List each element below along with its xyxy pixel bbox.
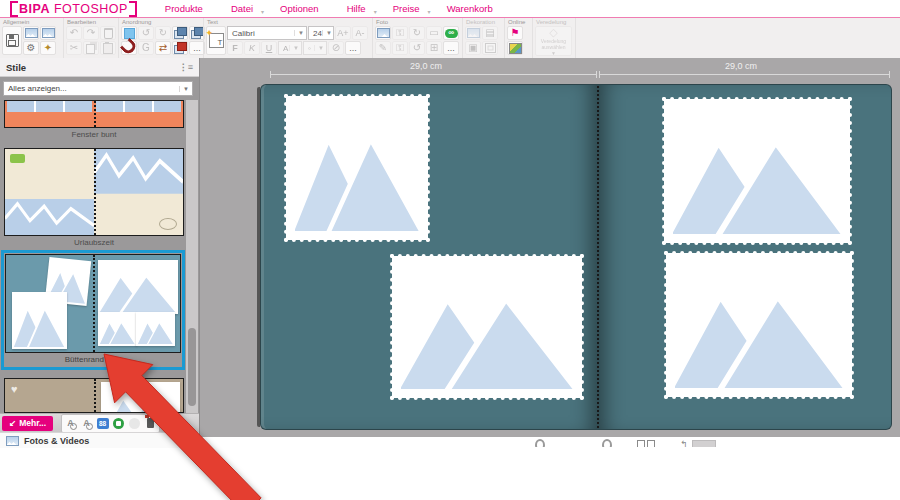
photo-lock-button[interactable]: ⚿ xyxy=(392,26,408,40)
copy-button[interactable] xyxy=(83,41,99,55)
sidebar-scrollbar[interactable] xyxy=(186,100,198,413)
save-button[interactable] xyxy=(2,26,22,55)
insert-text-icon: T xyxy=(209,33,224,48)
bring-forward-button[interactable] xyxy=(172,26,188,40)
menu-datei[interactable]: Datei xyxy=(217,3,267,14)
page-icon[interactable] xyxy=(637,440,645,447)
photo-edit-button[interactable]: ✎ xyxy=(375,41,391,55)
photo-placeholder-3[interactable] xyxy=(664,99,850,243)
photobook-protect-button[interactable] xyxy=(23,26,39,40)
layer-down-icon xyxy=(191,30,201,39)
style-item-buettenrand-blau-selected[interactable]: Büttenrand blau xyxy=(1,250,185,370)
more-styles-button[interactable]: ↙ Mehr... xyxy=(2,416,53,431)
menu-hilfe[interactable]: Hilfe xyxy=(333,3,380,14)
toolbar-group-anordnung: Anordnung ↺ ↻ G ⇄ ... xyxy=(118,18,204,58)
group-label: Allgemein xyxy=(3,19,29,25)
deco-image-button[interactable] xyxy=(465,26,481,40)
menu-optionen[interactable]: Optionen xyxy=(266,3,333,14)
assistant-button[interactable]: ✦ xyxy=(40,41,56,55)
photo-placeholder-2[interactable] xyxy=(392,256,582,398)
scrollbar-thumb[interactable] xyxy=(188,328,196,406)
photo-crop-button[interactable]: ⊞ xyxy=(426,41,442,55)
font-size-select[interactable]: 24▼ xyxy=(308,26,334,40)
application-window: BIPA FOTOSHOP Produkte Datei ▾ Optionen … xyxy=(0,0,900,500)
delete-button[interactable] xyxy=(100,26,116,40)
trash-icon xyxy=(104,28,113,39)
online-map-button[interactable] xyxy=(507,41,523,55)
mountain-placeholder-icon xyxy=(401,265,573,389)
page-turn-right-icon[interactable] xyxy=(602,439,612,447)
deco-clipart-button[interactable]: ▣ xyxy=(465,41,481,55)
remove-layer-button[interactable] xyxy=(172,41,188,55)
photobook-export-button[interactable] xyxy=(40,26,56,40)
cut-button[interactable]: ✂ xyxy=(66,41,82,55)
photo-autofill-button[interactable]: ∞ xyxy=(443,26,459,40)
settings-button[interactable]: ⚙ xyxy=(23,41,39,55)
veredelung-button[interactable]: ◇ Veredelung auswählen ▼ xyxy=(535,26,572,56)
online-share-button[interactable]: ⚑ xyxy=(507,26,523,40)
menu-preise[interactable]: Preise xyxy=(379,3,434,14)
rotate-right-button[interactable]: ↻ xyxy=(155,26,171,40)
redo-button[interactable]: ↷ xyxy=(83,26,99,40)
hand-pointer-icon: ↙ xyxy=(9,418,16,428)
font-size-down-button[interactable]: A- xyxy=(352,26,368,40)
page-icon[interactable] xyxy=(647,440,655,447)
photo-pano-button[interactable]: ▭ xyxy=(426,26,442,40)
rotate-left-button[interactable]: ↺ xyxy=(138,26,154,40)
foto-more-button[interactable]: ... xyxy=(443,41,459,55)
apply-style-button[interactable] xyxy=(111,416,126,431)
rotate-icon: ↻ xyxy=(413,28,421,38)
deco-mask-button[interactable]: ▤ xyxy=(482,26,498,40)
style-filter-dropdown[interactable]: Alles anzeigen... ▼ xyxy=(3,81,193,96)
ruler-left-segment xyxy=(270,74,597,75)
slash-circle-icon: ⊘ xyxy=(332,43,340,53)
snap-button[interactable] xyxy=(121,41,137,55)
photo-rotate-button[interactable]: ↻ xyxy=(409,26,425,40)
panel-menu-icon[interactable]: ⋮≡ xyxy=(179,62,193,72)
photo-placeholder-1[interactable] xyxy=(286,96,428,240)
book-spine xyxy=(597,86,599,428)
heart-icon: ♥ xyxy=(11,383,18,395)
group-label: Veredelung xyxy=(536,19,566,25)
page-turn-left-icon[interactable] xyxy=(535,439,545,447)
flip-button[interactable]: ⇄ xyxy=(155,41,171,55)
chevron-down-icon: ▼ xyxy=(322,30,332,36)
disabled-tool-button[interactable] xyxy=(127,416,142,431)
photo-placeholder-4[interactable] xyxy=(666,253,852,397)
autolayout-button-1[interactable]: A xyxy=(63,416,78,431)
undo-button[interactable]: ↶ xyxy=(66,26,82,40)
deco-frame-button[interactable] xyxy=(482,41,498,55)
photo-unlock-button[interactable]: ⚿ xyxy=(392,41,408,55)
numbering-button[interactable]: 88 xyxy=(95,416,110,431)
style-item-urlaubszeit[interactable]: Urlaubszeit xyxy=(4,148,184,247)
style-item-partial[interactable]: ♥ xyxy=(4,378,184,413)
clear-format-button[interactable]: ⊘ xyxy=(328,41,344,55)
italic-button[interactable]: K xyxy=(244,41,260,55)
infinity-icon: ∞ xyxy=(445,29,458,38)
layer-up-icon xyxy=(174,30,184,39)
style-item-fenster-bunt[interactable]: Fenster bunt xyxy=(4,100,184,139)
arrow-icon[interactable]: ↰ xyxy=(680,439,688,447)
text-background-select[interactable]: ◦▼ xyxy=(303,41,327,55)
menu-warenkorb[interactable]: Warenkorb xyxy=(433,3,507,14)
insert-text-button[interactable]: T xyxy=(206,26,226,55)
autolayout-button-2[interactable]: A xyxy=(79,416,94,431)
fotos-videos-section[interactable]: Fotos & Videos xyxy=(0,432,199,448)
clear-style-button[interactable] xyxy=(143,416,158,431)
toolbar-group-text: Text T Calibri▼ 24▼ A+ A- F K U A▼ xyxy=(203,18,372,58)
menu-produkte[interactable]: Produkte xyxy=(151,3,217,14)
text-more-button[interactable]: ... xyxy=(345,41,361,55)
rotate-free-button[interactable]: G xyxy=(138,41,154,55)
insert-photo-button[interactable] xyxy=(375,26,391,40)
font-family-select[interactable]: Calibri▼ xyxy=(227,26,307,40)
font-size-up-button[interactable]: A+ xyxy=(335,26,351,40)
group-label: Text xyxy=(207,19,218,25)
photo-reset-button[interactable]: ↺ xyxy=(409,41,425,55)
underline-button[interactable]: U xyxy=(261,41,277,55)
bold-button[interactable]: F xyxy=(227,41,243,55)
chevron-down-icon: ▼ xyxy=(551,50,556,56)
image-export-icon xyxy=(42,28,55,38)
panorama-icon: ▭ xyxy=(429,28,438,38)
text-color-select[interactable]: A▼ xyxy=(278,41,302,55)
paste-button[interactable] xyxy=(100,41,116,55)
